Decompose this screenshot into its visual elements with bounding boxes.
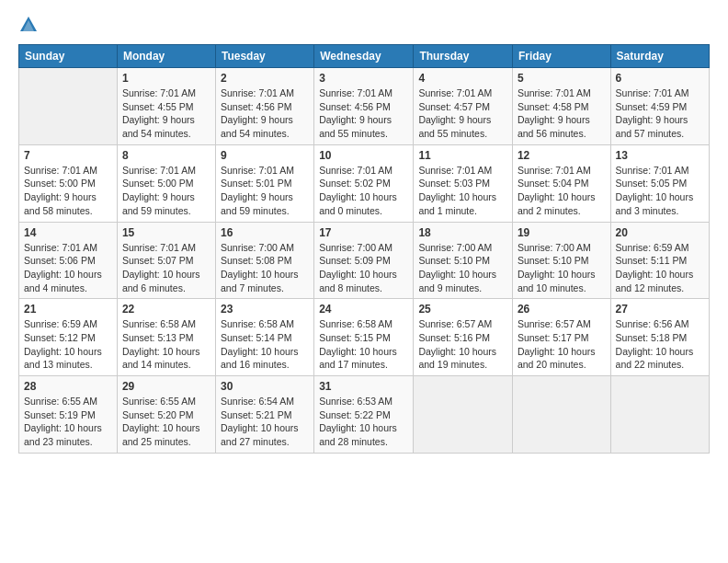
calendar-cell: 19Sunrise: 7:00 AMSunset: 5:10 PMDayligh… bbox=[512, 222, 610, 299]
page-header bbox=[18, 15, 710, 35]
day-number: 12 bbox=[518, 149, 606, 162]
day-info: Sunrise: 7:00 AMSunset: 5:10 PMDaylight:… bbox=[418, 241, 507, 295]
day-number: 17 bbox=[319, 226, 408, 239]
day-info: Sunrise: 6:55 AMSunset: 5:19 PMDaylight:… bbox=[24, 395, 112, 449]
calendar-cell bbox=[610, 376, 709, 454]
calendar-week-3: 14Sunrise: 7:01 AMSunset: 5:06 PMDayligh… bbox=[19, 222, 710, 299]
day-number: 16 bbox=[221, 226, 309, 239]
calendar-cell: 20Sunrise: 6:59 AMSunset: 5:11 PMDayligh… bbox=[610, 222, 709, 299]
day-info: Sunrise: 7:01 AMSunset: 5:04 PMDaylight:… bbox=[518, 164, 606, 218]
day-info: Sunrise: 7:01 AMSunset: 5:00 PMDaylight:… bbox=[24, 164, 112, 218]
day-info: Sunrise: 7:01 AMSunset: 4:55 PMDaylight:… bbox=[122, 86, 210, 141]
day-info: Sunrise: 7:01 AMSunset: 5:07 PMDaylight:… bbox=[122, 241, 210, 295]
weekday-header-saturday: Saturday bbox=[610, 45, 709, 68]
day-info: Sunrise: 6:57 AMSunset: 5:16 PMDaylight:… bbox=[418, 317, 507, 372]
day-info: Sunrise: 6:56 AMSunset: 5:18 PMDaylight:… bbox=[616, 317, 704, 372]
calendar-cell: 18Sunrise: 7:00 AMSunset: 5:10 PMDayligh… bbox=[414, 222, 513, 299]
calendar-cell: 8Sunrise: 7:01 AMSunset: 5:00 PMDaylight… bbox=[117, 144, 215, 222]
calendar-cell: 17Sunrise: 7:00 AMSunset: 5:09 PMDayligh… bbox=[314, 222, 414, 299]
day-info: Sunrise: 7:01 AMSunset: 5:05 PMDaylight:… bbox=[616, 164, 704, 218]
day-number: 6 bbox=[616, 72, 704, 85]
day-number: 31 bbox=[319, 380, 408, 393]
calendar-cell: 10Sunrise: 7:01 AMSunset: 5:02 PMDayligh… bbox=[314, 144, 414, 222]
day-info: Sunrise: 6:59 AMSunset: 5:12 PMDaylight:… bbox=[24, 317, 112, 372]
day-number: 29 bbox=[122, 380, 210, 393]
day-number: 26 bbox=[518, 303, 606, 316]
day-number: 15 bbox=[122, 226, 210, 239]
day-info: Sunrise: 7:01 AMSunset: 4:58 PMDaylight:… bbox=[518, 86, 606, 141]
calendar-cell: 21Sunrise: 6:59 AMSunset: 5:12 PMDayligh… bbox=[19, 299, 118, 376]
calendar-cell: 24Sunrise: 6:58 AMSunset: 5:15 PMDayligh… bbox=[314, 299, 414, 376]
calendar-cell: 27Sunrise: 6:56 AMSunset: 5:18 PMDayligh… bbox=[610, 299, 709, 376]
calendar-cell: 9Sunrise: 7:01 AMSunset: 5:01 PMDaylight… bbox=[215, 144, 313, 222]
calendar-cell: 7Sunrise: 7:01 AMSunset: 5:00 PMDaylight… bbox=[19, 144, 118, 222]
day-number: 4 bbox=[418, 72, 507, 85]
weekday-header-tuesday: Tuesday bbox=[215, 45, 313, 68]
calendar-cell: 31Sunrise: 6:53 AMSunset: 5:22 PMDayligh… bbox=[314, 376, 414, 454]
day-number: 8 bbox=[122, 149, 210, 162]
day-info: Sunrise: 6:59 AMSunset: 5:11 PMDaylight:… bbox=[616, 241, 704, 295]
calendar-cell: 28Sunrise: 6:55 AMSunset: 5:19 PMDayligh… bbox=[19, 376, 118, 454]
day-info: Sunrise: 7:01 AMSunset: 5:03 PMDaylight:… bbox=[418, 164, 507, 218]
weekday-row: SundayMondayTuesdayWednesdayThursdayFrid… bbox=[19, 45, 710, 68]
calendar-cell: 16Sunrise: 7:00 AMSunset: 5:08 PMDayligh… bbox=[215, 222, 313, 299]
calendar-week-2: 7Sunrise: 7:01 AMSunset: 5:00 PMDaylight… bbox=[19, 144, 710, 222]
day-number: 7 bbox=[24, 149, 112, 162]
calendar-week-4: 21Sunrise: 6:59 AMSunset: 5:12 PMDayligh… bbox=[19, 299, 710, 376]
weekday-header-friday: Friday bbox=[512, 45, 610, 68]
logo bbox=[18, 15, 42, 35]
calendar-cell: 3Sunrise: 7:01 AMSunset: 4:56 PMDaylight… bbox=[314, 68, 414, 145]
day-number: 13 bbox=[616, 149, 704, 162]
day-number: 2 bbox=[221, 72, 309, 85]
day-info: Sunrise: 7:01 AMSunset: 4:59 PMDaylight:… bbox=[616, 86, 704, 141]
calendar-cell: 30Sunrise: 6:54 AMSunset: 5:21 PMDayligh… bbox=[215, 376, 313, 454]
calendar-cell: 13Sunrise: 7:01 AMSunset: 5:05 PMDayligh… bbox=[610, 144, 709, 222]
day-number: 27 bbox=[616, 303, 704, 316]
calendar-cell: 22Sunrise: 6:58 AMSunset: 5:13 PMDayligh… bbox=[117, 299, 215, 376]
day-info: Sunrise: 7:01 AMSunset: 5:01 PMDaylight:… bbox=[221, 164, 309, 218]
calendar-cell bbox=[512, 376, 610, 454]
calendar-cell: 14Sunrise: 7:01 AMSunset: 5:06 PMDayligh… bbox=[19, 222, 118, 299]
weekday-header-sunday: Sunday bbox=[19, 45, 118, 68]
day-number: 22 bbox=[122, 303, 210, 316]
day-number: 11 bbox=[418, 149, 507, 162]
day-info: Sunrise: 6:55 AMSunset: 5:20 PMDaylight:… bbox=[122, 395, 210, 449]
calendar-cell: 6Sunrise: 7:01 AMSunset: 4:59 PMDaylight… bbox=[610, 68, 709, 145]
calendar-cell: 12Sunrise: 7:01 AMSunset: 5:04 PMDayligh… bbox=[512, 144, 610, 222]
day-info: Sunrise: 6:54 AMSunset: 5:21 PMDaylight:… bbox=[221, 395, 309, 449]
day-info: Sunrise: 7:01 AMSunset: 4:56 PMDaylight:… bbox=[221, 86, 309, 141]
day-info: Sunrise: 7:00 AMSunset: 5:08 PMDaylight:… bbox=[221, 241, 309, 295]
day-number: 1 bbox=[122, 72, 210, 85]
calendar-header: SundayMondayTuesdayWednesdayThursdayFrid… bbox=[19, 45, 710, 68]
calendar-cell: 11Sunrise: 7:01 AMSunset: 5:03 PMDayligh… bbox=[414, 144, 513, 222]
day-info: Sunrise: 7:01 AMSunset: 5:06 PMDaylight:… bbox=[24, 241, 112, 295]
day-info: Sunrise: 7:00 AMSunset: 5:09 PMDaylight:… bbox=[319, 241, 408, 295]
calendar-cell bbox=[414, 376, 513, 454]
calendar-cell bbox=[19, 68, 118, 145]
day-number: 10 bbox=[319, 149, 408, 162]
day-info: Sunrise: 6:58 AMSunset: 5:13 PMDaylight:… bbox=[122, 317, 210, 372]
calendar-cell: 2Sunrise: 7:01 AMSunset: 4:56 PMDaylight… bbox=[215, 68, 313, 145]
weekday-header-wednesday: Wednesday bbox=[314, 45, 414, 68]
day-number: 9 bbox=[221, 149, 309, 162]
day-info: Sunrise: 7:01 AMSunset: 5:02 PMDaylight:… bbox=[319, 164, 408, 218]
calendar-week-1: 1Sunrise: 7:01 AMSunset: 4:55 PMDaylight… bbox=[19, 68, 710, 145]
calendar-table: SundayMondayTuesdayWednesdayThursdayFrid… bbox=[18, 44, 710, 454]
day-number: 25 bbox=[418, 303, 507, 316]
day-number: 3 bbox=[319, 72, 408, 85]
day-info: Sunrise: 7:00 AMSunset: 5:10 PMDaylight:… bbox=[518, 241, 606, 295]
day-number: 20 bbox=[616, 226, 704, 239]
day-info: Sunrise: 7:01 AMSunset: 5:00 PMDaylight:… bbox=[122, 164, 210, 218]
calendar-cell: 15Sunrise: 7:01 AMSunset: 5:07 PMDayligh… bbox=[117, 222, 215, 299]
day-number: 24 bbox=[319, 303, 408, 316]
day-info: Sunrise: 7:01 AMSunset: 4:57 PMDaylight:… bbox=[418, 86, 507, 141]
day-number: 14 bbox=[24, 226, 112, 239]
calendar-cell: 26Sunrise: 6:57 AMSunset: 5:17 PMDayligh… bbox=[512, 299, 610, 376]
day-number: 5 bbox=[518, 72, 606, 85]
logo-icon bbox=[18, 15, 39, 35]
day-info: Sunrise: 6:58 AMSunset: 5:15 PMDaylight:… bbox=[319, 317, 408, 372]
day-info: Sunrise: 6:57 AMSunset: 5:17 PMDaylight:… bbox=[518, 317, 606, 372]
weekday-header-monday: Monday bbox=[117, 45, 215, 68]
day-number: 30 bbox=[221, 380, 309, 393]
day-info: Sunrise: 6:53 AMSunset: 5:22 PMDaylight:… bbox=[319, 395, 408, 449]
